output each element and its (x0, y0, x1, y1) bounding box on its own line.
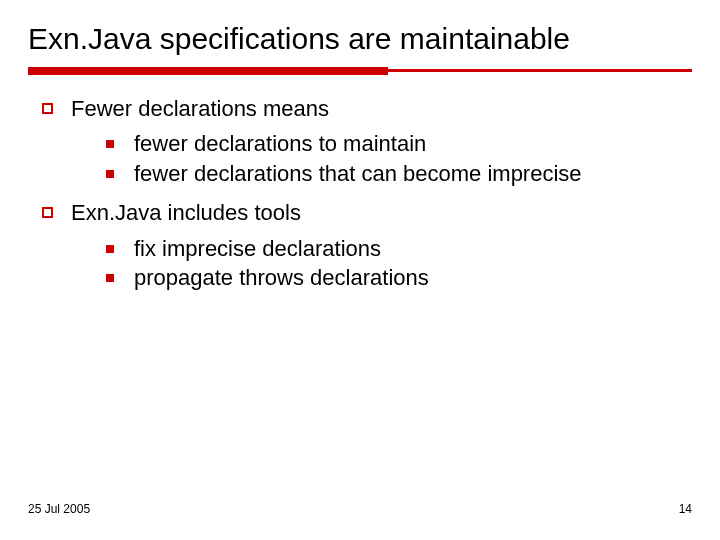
bullet-text: Fewer declarations means (71, 95, 329, 123)
square-filled-icon (106, 140, 114, 148)
square-filled-icon (106, 274, 114, 282)
slide-title: Exn.Java specifications are maintainable (28, 22, 692, 57)
footer-page-number: 14 (679, 502, 692, 516)
bullet-level1: Exn.Java includes tools (42, 199, 692, 227)
square-filled-icon (106, 245, 114, 253)
bullet-text: fix imprecise declarations (134, 235, 692, 263)
square-outline-icon (42, 207, 53, 218)
square-outline-icon (42, 103, 53, 114)
bullet-level1: Fewer declarations means (42, 95, 692, 123)
title-underline (28, 67, 692, 75)
slide-content: Fewer declarations means fewer declarati… (28, 95, 692, 292)
bullet-level2: propagate throws declarations (106, 264, 692, 292)
square-filled-icon (106, 170, 114, 178)
bullet-text: Exn.Java includes tools (71, 199, 301, 227)
bullet-text: fewer declarations to maintain (134, 130, 692, 158)
bullet-level2: fewer declarations to maintain (106, 130, 692, 158)
bullet-level2: fewer declarations that can become impre… (106, 160, 692, 188)
sub-bullet-group: fewer declarations to maintain fewer dec… (42, 130, 692, 187)
bullet-level2: fix imprecise declarations (106, 235, 692, 263)
sub-bullet-group: fix imprecise declarations propagate thr… (42, 235, 692, 292)
bullet-text: propagate throws declarations (134, 264, 692, 292)
slide-footer: 25 Jul 2005 14 (28, 502, 692, 516)
footer-date: 25 Jul 2005 (28, 502, 90, 516)
bullet-text: fewer declarations that can become impre… (134, 160, 692, 188)
